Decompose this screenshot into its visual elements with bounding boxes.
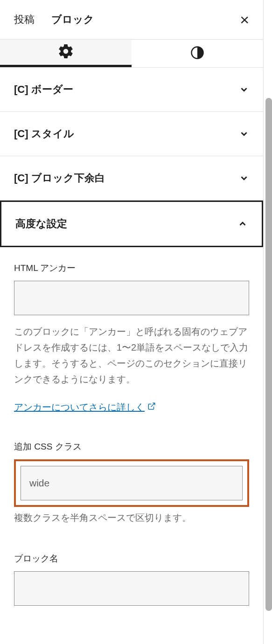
svg-line-1 xyxy=(151,403,155,407)
tab-styles[interactable] xyxy=(132,40,263,67)
panel-advanced[interactable]: 高度な設定 xyxy=(0,201,263,247)
tab-block[interactable]: ブロック xyxy=(51,9,94,30)
chevron-down-icon xyxy=(239,84,249,95)
tab-settings[interactable] xyxy=(0,40,132,67)
anchor-label: HTML アンカー xyxy=(14,262,249,274)
contrast-icon xyxy=(190,46,204,62)
panel-advanced-body: HTML アンカー このブロックに「アンカー」と呼ばれる固有のウェブアドレスを作… xyxy=(0,247,263,624)
chevron-down-icon xyxy=(239,173,249,183)
css-help-text: 複数クラスを半角スペースで区切ります。 xyxy=(14,510,249,526)
tab-post[interactable]: 投稿 xyxy=(14,9,35,30)
css-class-label: 追加 CSS クラス xyxy=(14,441,249,453)
anchor-help-text: このブロックに「アンカー」と呼ばれる固有のウェブアドレスを作成するには、1〜2単… xyxy=(14,324,249,387)
panel-title: [C] ブロック下余白 xyxy=(14,171,105,185)
gear-icon xyxy=(57,43,74,62)
block-name-label: ブロック名 xyxy=(14,553,249,565)
panel-title: 高度な設定 xyxy=(15,217,67,231)
block-name-input[interactable] xyxy=(14,571,249,606)
panel-style[interactable]: [C] スタイル xyxy=(0,112,263,156)
sidebar-top-tabs: 投稿 ブロック × xyxy=(0,0,263,40)
close-icon[interactable]: × xyxy=(240,12,249,28)
scrollbar[interactable] xyxy=(265,98,272,611)
panel-border[interactable]: [C] ボーダー xyxy=(0,68,263,112)
panel-title: [C] ボーダー xyxy=(14,83,73,97)
css-class-input[interactable] xyxy=(21,466,243,500)
sub-tabs xyxy=(0,40,263,68)
chevron-up-icon xyxy=(237,219,248,229)
settings-sidebar: 投稿 ブロック × [C] ボーダー [C] スタイル [C] ブロック下余白 xyxy=(0,0,264,644)
anchor-input[interactable] xyxy=(14,281,249,315)
anchor-learn-more-link[interactable]: アンカーについてさらに詳しく xyxy=(14,401,156,414)
chevron-down-icon xyxy=(239,129,249,139)
css-class-highlight xyxy=(14,459,249,507)
panel-margin-bottom[interactable]: [C] ブロック下余白 xyxy=(0,156,263,201)
external-link-icon xyxy=(147,402,156,413)
panel-title: [C] スタイル xyxy=(14,127,74,141)
link-label: アンカーについてさらに詳しく xyxy=(14,401,145,414)
